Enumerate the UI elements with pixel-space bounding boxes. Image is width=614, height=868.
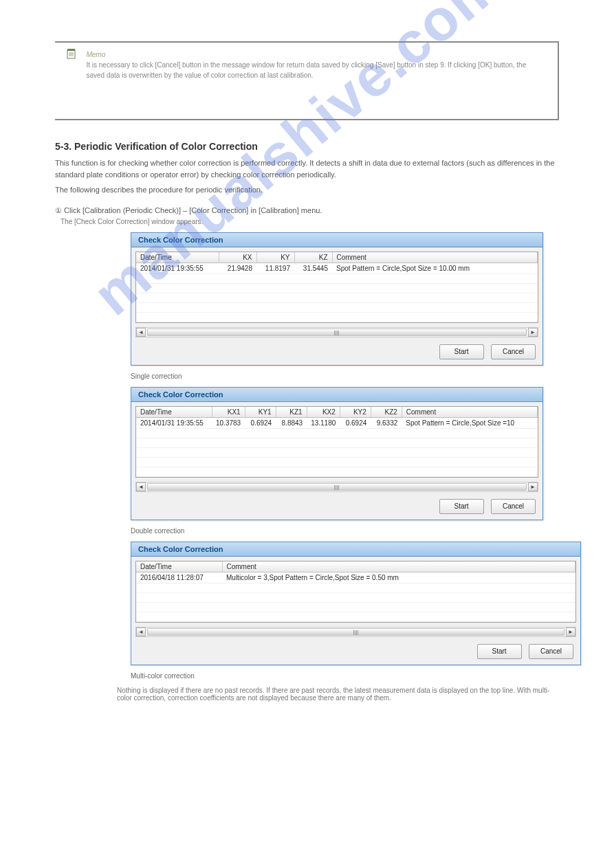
memo-label: Memo — [86, 51, 105, 58]
scroll-left-icon[interactable]: ◄ — [136, 482, 146, 491]
col-kx1[interactable]: KX1 — [212, 407, 245, 418]
section-para-2: The following describes the procedure fo… — [55, 184, 559, 196]
dialog-title: Check Color Correction — [131, 233, 542, 247]
col-kx2[interactable]: KX2 — [307, 407, 340, 418]
col-datetime[interactable]: Date/Time — [136, 407, 212, 418]
figure-label-single: Single correction — [131, 372, 559, 380]
start-button[interactable]: Start — [477, 644, 522, 659]
cancel-button[interactable]: Cancel — [491, 499, 536, 514]
col-kz1[interactable]: KZ1 — [276, 407, 307, 418]
col-datetime[interactable]: Date/Time — [136, 252, 219, 263]
scroll-right-icon[interactable]: ► — [528, 328, 538, 337]
col-ky[interactable]: KY — [256, 252, 294, 263]
memo-text: It is necessary to click [Cancel] button… — [86, 61, 526, 79]
dialog-title: Check Color Correction — [131, 542, 580, 557]
section-title: 5-3. Periodic Verification of Color Corr… — [55, 141, 559, 152]
col-kz[interactable]: KZ — [294, 252, 332, 263]
table-row[interactable]: 2016/04/18 11:28:07 Multicolor = 3,Spot … — [136, 572, 575, 583]
check-color-dialog-double: Check Color Correction Date/Time KX1 KY1… — [131, 387, 543, 520]
table-row[interactable]: 2014/01/31 19:35:55 10.3783 0.6924 8.884… — [136, 417, 538, 428]
horizontal-scrollbar[interactable]: ◄ ► — [135, 327, 538, 337]
results-table: Date/Time KX1 KY1 KZ1 KX2 KY2 KZ2 Commen… — [136, 407, 538, 477]
memo-icon — [65, 49, 78, 63]
scroll-thumb[interactable] — [147, 628, 564, 636]
col-datetime[interactable]: Date/Time — [136, 561, 222, 572]
start-button[interactable]: Start — [439, 344, 484, 359]
scroll-thumb[interactable] — [147, 483, 527, 491]
cancel-button[interactable]: Cancel — [529, 644, 573, 659]
svg-rect-1 — [67, 49, 75, 51]
results-table: Date/Time KX KY KZ Comment 2014/01/31 19… — [136, 252, 538, 322]
scroll-right-icon[interactable]: ► — [566, 627, 575, 636]
col-ky2[interactable]: KY2 — [340, 407, 371, 418]
col-ky1[interactable]: KY1 — [245, 407, 276, 418]
col-comment[interactable]: Comment — [402, 407, 537, 418]
figure-label-multi: Multi-color correction — [131, 672, 559, 680]
section-para-1: This function is for checking whether co… — [55, 157, 559, 180]
check-color-dialog-single: Check Color Correction Date/Time KX KY K… — [131, 232, 543, 366]
scroll-left-icon[interactable]: ◄ — [136, 328, 146, 337]
horizontal-scrollbar[interactable]: ◄ ► — [135, 627, 576, 637]
col-kz2[interactable]: KZ2 — [371, 407, 402, 418]
table-row[interactable]: 2014/01/31 19:35:55 21.9428 11.8197 31.5… — [136, 263, 538, 274]
results-table: Date/Time Comment 2016/04/18 11:28:07 Mu… — [136, 561, 575, 622]
step-1-sub: The [Check Color Correction] window appe… — [61, 218, 559, 225]
step-number: ① — [55, 206, 62, 215]
cancel-button[interactable]: Cancel — [491, 344, 536, 359]
scroll-right-icon[interactable]: ► — [528, 482, 538, 491]
dialog-title: Check Color Correction — [131, 388, 542, 402]
col-comment[interactable]: Comment — [332, 252, 538, 263]
check-color-dialog-multi: Check Color Correction Date/Time Comment… — [131, 542, 581, 665]
horizontal-scrollbar[interactable]: ◄ ► — [135, 482, 538, 492]
memo-box: Memo It is necessary to click [Cancel] b… — [55, 41, 559, 120]
scroll-left-icon[interactable]: ◄ — [136, 627, 146, 636]
final-note: Nothing is displayed if there are no pas… — [117, 687, 559, 702]
step-1: ① Click [Calibration (Periodic Check)] –… — [55, 206, 559, 215]
col-comment[interactable]: Comment — [222, 561, 575, 572]
figure-label-double: Double correction — [131, 527, 559, 535]
scroll-thumb[interactable] — [147, 329, 527, 336]
start-button[interactable]: Start — [439, 499, 484, 514]
col-kx[interactable]: KX — [219, 252, 256, 263]
